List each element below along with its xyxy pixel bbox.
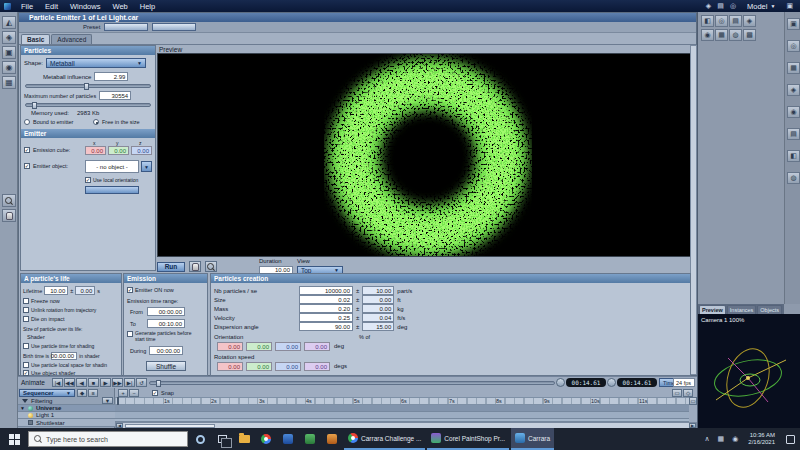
bound-radio[interactable]: [24, 119, 30, 125]
max-particles-field[interactable]: 30554: [99, 91, 131, 100]
app-pin-1-button[interactable]: [278, 428, 298, 450]
die-checkbox[interactable]: [23, 316, 29, 322]
go-start-button[interactable]: |◀: [52, 378, 63, 387]
loop-button[interactable]: ↺: [136, 378, 147, 387]
taskbar-app-paintshop[interactable]: Corel PaintShop Pr...: [427, 428, 509, 450]
particle-time-checkbox[interactable]: [23, 343, 29, 349]
tray-icon-1[interactable]: ▦: [715, 435, 728, 443]
bound-option[interactable]: Bound to emitter: [24, 119, 73, 125]
unlink-row[interactable]: Unlink rotation from trajectory: [23, 307, 96, 313]
emitter-on-checkbox[interactable]: ✓: [127, 287, 133, 293]
strip-tool-7-icon[interactable]: ◧: [787, 150, 800, 162]
current-time-display[interactable]: 00:14.61: [556, 378, 606, 387]
emitter-object-field[interactable]: - no object -: [85, 160, 139, 173]
rotate-tool-icon[interactable]: ▣: [2, 46, 16, 59]
object-picker-button[interactable]: ▼: [141, 161, 152, 172]
globe-icon[interactable]: ◎: [727, 2, 739, 10]
tray-expand-icon[interactable]: ∧: [701, 435, 712, 443]
play-button[interactable]: ▶: [100, 378, 111, 387]
track-light[interactable]: [115, 412, 689, 419]
seq-corner-2-icon[interactable]: ◇: [683, 389, 693, 397]
rotation-y-field[interactable]: 0.00: [246, 362, 272, 371]
next-frame-button[interactable]: ▶▶: [112, 378, 123, 387]
slider-thumb[interactable]: [32, 102, 37, 109]
assemble-tool-7-icon[interactable]: ◍: [729, 29, 742, 41]
local-orientation-row[interactable]: ✓ Use local orientation: [85, 177, 138, 183]
seq-tool-2-icon[interactable]: ≡: [88, 389, 98, 397]
render-icon[interactable]: ◈: [703, 2, 714, 10]
play-reverse-button[interactable]: ◀: [76, 378, 87, 387]
time-spinner-icon[interactable]: [556, 378, 565, 387]
strip-tool-8-icon[interactable]: ◍: [787, 172, 800, 184]
tree-item-shuttlestar[interactable]: Shuttlestar: [18, 419, 115, 427]
orientation-x-field[interactable]: 0.00: [217, 342, 243, 351]
expander-icon[interactable]: ▼: [20, 405, 25, 411]
creation-variance-field[interactable]: 10.00: [362, 286, 394, 295]
task-view-button[interactable]: [212, 428, 232, 450]
during-field[interactable]: 00:00.00: [149, 346, 183, 355]
chrome-button[interactable]: [256, 428, 276, 450]
creation-variance-field[interactable]: 0.00: [362, 295, 394, 304]
taskbar-search[interactable]: Type here to search: [28, 431, 188, 447]
seq-tool-1-icon[interactable]: ◆: [77, 389, 87, 397]
shape-dropdown[interactable]: Metaball ▼: [46, 58, 146, 68]
orientation-z-field[interactable]: 0.00: [275, 342, 301, 351]
fps-field[interactable]: 24 fps: [673, 378, 695, 387]
free-radio[interactable]: [93, 119, 99, 125]
tree-item-light[interactable]: Light 1: [18, 412, 115, 419]
assemble-tool-1-icon[interactable]: ◧: [701, 15, 714, 27]
time-spinner-icon[interactable]: [607, 378, 616, 387]
filter-dropdown-button[interactable]: ▼: [102, 397, 113, 404]
zoom-preview-button[interactable]: [205, 261, 217, 272]
mode-selector[interactable]: Model ▼: [739, 2, 783, 11]
taskbar-app-browser[interactable]: Carrara Challenge ...: [344, 428, 425, 450]
tab-advanced[interactable]: Advanced: [51, 34, 92, 44]
particle-time-row[interactable]: Use particle time for shading: [23, 343, 94, 349]
tab-objects[interactable]: Objects: [757, 305, 782, 314]
from-field[interactable]: 00:00.00: [147, 307, 185, 316]
creation-variance-field[interactable]: 0.04: [362, 313, 394, 322]
creation-value-field[interactable]: 0.02: [299, 295, 353, 304]
generate-checkbox[interactable]: [127, 331, 133, 337]
scale-tool-icon[interactable]: ◉: [2, 61, 16, 74]
preset-dropdown-1[interactable]: [104, 23, 148, 31]
orientation-y-field[interactable]: 0.00: [246, 342, 272, 351]
to-field[interactable]: 00:10.00: [147, 319, 185, 328]
app-pin-3-button[interactable]: [322, 428, 342, 450]
strip-tool-2-icon[interactable]: ◎: [787, 40, 800, 52]
zoom-out-button[interactable]: −: [129, 389, 139, 397]
orientation-w-field[interactable]: 0.00: [304, 342, 330, 351]
end-time-display[interactable]: 00:14.61: [607, 378, 657, 387]
tab-instances[interactable]: Instances: [727, 305, 757, 314]
emitter-on-row[interactable]: ✓ Emitter ON now: [127, 287, 174, 293]
preview-canvas[interactable]: [157, 53, 691, 257]
unlink-checkbox[interactable]: [23, 307, 29, 313]
notification-center-button[interactable]: [782, 428, 798, 450]
move-tool-icon[interactable]: ◈: [2, 31, 16, 44]
ruler-corner-icon[interactable]: ▭: [689, 397, 697, 405]
emitter-object-checkbox[interactable]: ✓: [24, 163, 30, 169]
shuffle-button[interactable]: Shuffle: [146, 361, 186, 371]
assemble-tool-6-icon[interactable]: ▦: [715, 29, 728, 41]
influence-field[interactable]: 2.99: [94, 72, 128, 81]
app-pin-2-button[interactable]: [300, 428, 320, 450]
menu-windows[interactable]: Windows: [64, 2, 106, 11]
strip-tool-3-icon[interactable]: ▦: [787, 62, 800, 74]
orientation-bar[interactable]: [85, 186, 139, 194]
pan-tool-icon[interactable]: [2, 209, 16, 222]
birth-field[interactable]: 00.00.00: [51, 352, 77, 360]
lifetime-variance-field[interactable]: 0.00: [75, 286, 95, 295]
taskbar-app-carrara[interactable]: Carrara: [511, 428, 554, 450]
dialog-scrollbar[interactable]: [690, 45, 697, 375]
strip-tool-5-icon[interactable]: ◉: [787, 106, 800, 118]
track-universe[interactable]: [115, 405, 689, 412]
cube-x-field[interactable]: 0.00: [85, 146, 106, 155]
assemble-tool-8-icon[interactable]: ▩: [743, 29, 756, 41]
strip-tool-6-icon[interactable]: ▤: [787, 128, 800, 140]
rotation-x-field[interactable]: 0.00: [217, 362, 243, 371]
tab-basic[interactable]: Basic: [21, 34, 50, 44]
influence-slider[interactable]: [25, 84, 151, 88]
tree-item-universe[interactable]: ▼ Universe: [18, 405, 115, 412]
snap-checkbox[interactable]: ✓: [152, 390, 158, 396]
explorer-button[interactable]: [234, 428, 254, 450]
